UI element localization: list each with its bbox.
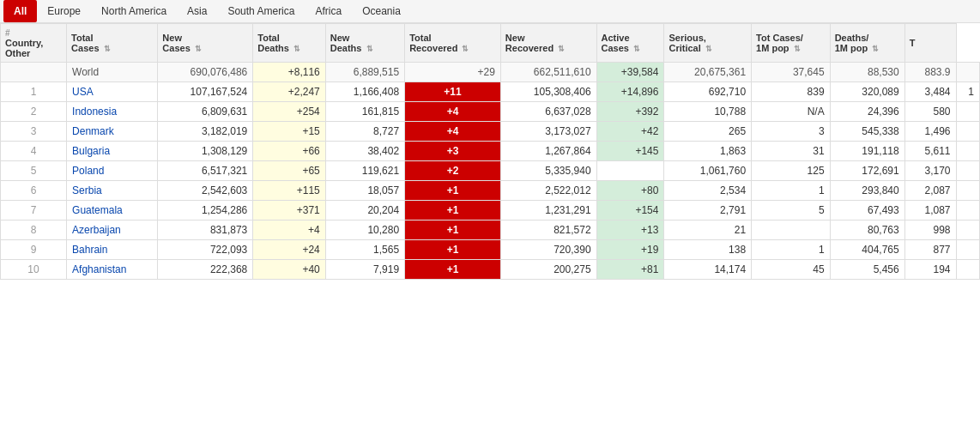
cell-5-12 [956,181,979,201]
col-header-6[interactable]: NewRecovered ⇅ [500,24,596,63]
cell-5-1[interactable]: Serbia [67,181,158,201]
tab-oceania[interactable]: Oceania [352,0,411,22]
col-header-10[interactable]: Deaths/1M pop ⇅ [830,24,904,63]
cell-3-10: 191,118 [830,142,904,161]
cell-3-3: +66 [253,142,326,161]
cell-8-2: 722,093 [158,240,253,260]
cell-1-0: 2 [1,102,67,122]
col-header-11[interactable]: T [904,24,956,63]
sort-icon-10[interactable]: ⇅ [872,45,879,53]
cell-6-1[interactable]: Guatemala [67,201,158,220]
col-header-8[interactable]: Serious,Critical ⇅ [664,24,752,63]
cell-7-4: 10,280 [325,220,404,240]
cell-9-12 [956,260,979,280]
cell-4-1[interactable]: Poland [67,161,158,181]
cell-5-3: +115 [253,181,326,201]
cell-8-5: +1 [405,240,501,260]
cell-0-0: 1 [1,82,67,102]
cell-3-9: 31 [752,142,831,161]
world-cell-10: 88,530 [830,63,904,82]
cell-2-10: 545,338 [830,122,904,142]
cell-4-4: 119,621 [325,161,404,181]
cell-4-6: 5,335,940 [500,161,596,181]
sort-icon-3[interactable]: ⇅ [293,45,300,53]
tabs-bar: AllEuropeNorth AmericaAsiaSouth AmericaA… [0,0,980,23]
table-row: 1USA107,167,524+2,2471,166,408+11105,308… [1,82,980,102]
cell-1-11: 580 [904,102,956,122]
cell-5-9: 1 [752,181,831,201]
col-header-0[interactable]: #Country,Other [1,24,67,63]
country-link[interactable]: Guatemala [72,204,123,216]
col-header-2[interactable]: NewCases ⇅ [158,24,253,63]
cell-6-3: +371 [253,201,326,220]
tab-africa[interactable]: Africa [305,0,352,22]
col-header-5[interactable]: TotalRecovered ⇅ [405,24,501,63]
tab-asia[interactable]: Asia [177,0,217,22]
cell-0-10: 320,089 [830,82,904,102]
cell-0-4: 1,166,408 [325,82,404,102]
cell-0-2: 107,167,524 [158,82,253,102]
cell-3-1[interactable]: Bulgaria [67,142,158,161]
world-row: World690,076,486+8,1166,889,515+29662,51… [1,63,980,82]
sort-icon-2[interactable]: ⇅ [195,45,202,53]
cell-2-8: 265 [664,122,752,142]
tab-south-america[interactable]: South America [217,0,305,22]
cell-4-10: 172,691 [830,161,904,181]
country-link[interactable]: Bahrain [72,244,107,256]
cell-2-1[interactable]: Denmark [67,122,158,142]
cell-2-7: +42 [596,122,664,142]
col-header-9[interactable]: Tot Cases/1M pop ⇅ [752,24,831,63]
cell-9-4: 7,919 [325,260,404,280]
cell-7-12 [956,220,979,240]
country-link[interactable]: USA [72,86,94,98]
country-link[interactable]: Indonesia [72,106,117,118]
country-link[interactable]: Azerbaijan [72,224,121,236]
cell-1-1[interactable]: Indonesia [67,102,158,122]
sort-icon-5[interactable]: ⇅ [462,45,469,53]
country-link[interactable]: Serbia [72,184,102,196]
sort-icon-7[interactable]: ⇅ [633,45,640,53]
country-link[interactable]: Bulgaria [72,145,110,157]
cell-2-11: 1,496 [904,122,956,142]
sort-icon-4[interactable]: ⇅ [366,45,373,53]
cell-9-0: 10 [1,260,67,280]
cell-9-3: +40 [253,260,326,280]
cell-6-11: 1,087 [904,201,956,220]
cell-4-0: 5 [1,161,67,181]
cell-0-1[interactable]: USA [67,82,158,102]
cell-8-8: 138 [664,240,752,260]
table-row: 7Guatemala1,254,286+37120,204+11,231,291… [1,201,980,220]
cell-4-9: 125 [752,161,831,181]
col-header-1[interactable]: TotalCases ⇅ [67,24,158,63]
country-link[interactable]: Denmark [72,125,114,137]
world-cell-6: 662,511,610 [500,63,596,82]
cell-6-6: 1,231,291 [500,201,596,220]
cell-6-7: +154 [596,201,664,220]
col-header-3[interactable]: TotalDeaths ⇅ [253,24,326,63]
cell-1-3: +254 [253,102,326,122]
cell-7-0: 8 [1,220,67,240]
tab-all[interactable]: All [3,0,37,22]
sort-icon-9[interactable]: ⇅ [794,45,801,53]
cell-8-6: 720,390 [500,240,596,260]
cell-8-3: +24 [253,240,326,260]
tab-europe[interactable]: Europe [37,0,91,22]
sort-icon-8[interactable]: ⇅ [705,45,712,53]
sort-icon-1[interactable]: ⇅ [104,45,111,53]
cell-8-7: +19 [596,240,664,260]
cell-5-0: 6 [1,181,67,201]
cell-5-2: 2,542,603 [158,181,253,201]
cell-8-1[interactable]: Bahrain [67,240,158,260]
cell-3-4: 38,402 [325,142,404,161]
col-header-4[interactable]: NewDeaths ⇅ [325,24,404,63]
country-link[interactable]: Poland [72,165,104,177]
sort-icon-6[interactable]: ⇅ [558,45,565,53]
cell-9-1[interactable]: Afghanistan [67,260,158,280]
tab-north-america[interactable]: North America [91,0,177,22]
cell-0-7: +14,896 [596,82,664,102]
cell-7-1[interactable]: Azerbaijan [67,220,158,240]
col-header-7[interactable]: ActiveCases ⇅ [596,24,664,63]
world-cell-9: 37,645 [752,63,831,82]
country-link[interactable]: Afghanistan [72,263,126,275]
cell-2-9: 3 [752,122,831,142]
